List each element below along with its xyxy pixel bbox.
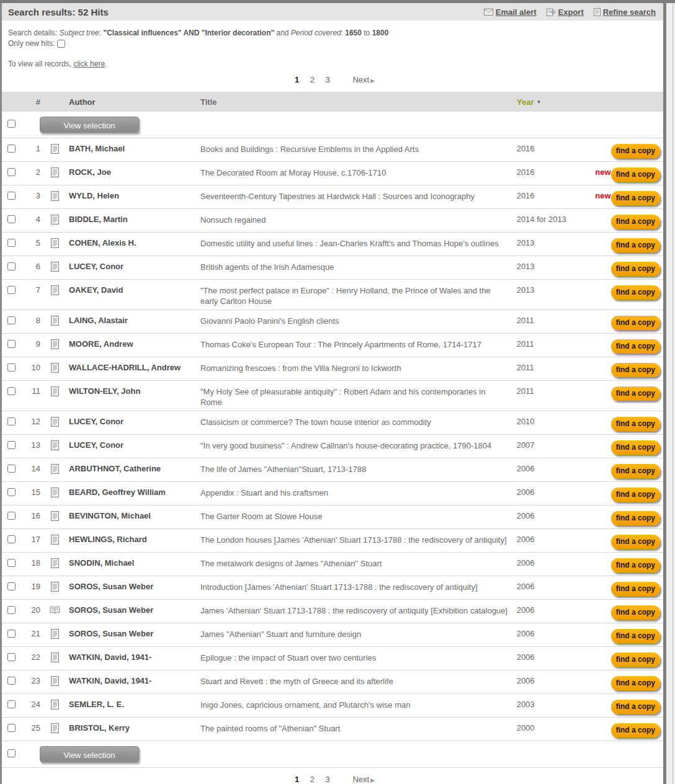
row-checkbox[interactable] <box>7 239 16 247</box>
find-a-copy-button[interactable]: find a copy <box>611 417 660 431</box>
find-a-copy-button[interactable]: find a copy <box>611 285 660 300</box>
find-a-copy-button[interactable]: find a copy <box>611 215 660 229</box>
find-a-copy-button[interactable]: find a copy <box>611 488 660 502</box>
row-checkbox[interactable] <box>7 465 16 473</box>
row-checkbox[interactable] <box>7 417 16 425</box>
row-checkbox[interactable] <box>7 724 16 732</box>
select-all-checkbox-bottom[interactable] <box>7 749 16 757</box>
row-title[interactable]: Giovanni Paolo Panini's English clients <box>200 316 517 326</box>
find-a-copy-button[interactable]: find a copy <box>611 440 660 455</box>
row-title[interactable]: "The most perfect palace in Europe" : He… <box>200 285 517 306</box>
row-title[interactable]: Stuart and Revett : the myth of Greece a… <box>200 676 517 687</box>
row-title[interactable]: The life of James "Athenian"Stuart, 1713… <box>200 464 517 474</box>
find-a-copy-button[interactable]: find a copy <box>611 386 660 401</box>
find-a-copy-button[interactable]: find a copy <box>611 676 660 690</box>
row-title[interactable]: The London houses [James 'Athenian' Stua… <box>200 535 517 545</box>
right-scroll-gutter[interactable] <box>666 3 675 784</box>
table-row: 8 LAING, Alastair Giovanni Paolo Panini'… <box>2 310 663 333</box>
row-checkbox[interactable] <box>7 700 16 708</box>
row-author: SOROS, Susan Weber <box>69 629 200 638</box>
find-a-copy-button[interactable]: find a copy <box>611 653 660 667</box>
only-new-hits-checkbox[interactable] <box>57 40 65 48</box>
find-a-copy-button[interactable]: find a copy <box>611 262 660 276</box>
export-link[interactable]: Export <box>547 7 584 17</box>
find-a-copy-button[interactable]: find a copy <box>611 191 660 205</box>
row-title[interactable]: "My Holy See of pleasurable antiquity" :… <box>200 386 517 408</box>
document-icon <box>40 363 69 375</box>
row-title[interactable]: Appendix : Stuart and his craftsmen <box>200 488 517 498</box>
column-header-num: # <box>23 97 40 107</box>
find-a-copy-button[interactable]: find a copy <box>611 582 660 596</box>
page-3-link[interactable]: 3 <box>326 775 330 784</box>
next-page-link[interactable]: Next▶ <box>352 775 375 784</box>
email-alert-link[interactable]: Email alert <box>484 7 537 17</box>
row-checkbox[interactable] <box>7 535 16 543</box>
find-a-copy-button[interactable]: find a copy <box>611 511 660 525</box>
row-title[interactable]: Classicism or commerce? The town house i… <box>200 417 517 427</box>
row-checkbox[interactable] <box>7 677 16 685</box>
row-checkbox[interactable] <box>7 653 16 661</box>
next-page-link[interactable]: Next▶ <box>352 75 375 84</box>
row-checkbox[interactable] <box>7 145 16 153</box>
find-a-copy-button[interactable]: find a copy <box>611 238 660 252</box>
row-checkbox[interactable] <box>7 630 16 638</box>
row-checkbox[interactable] <box>7 512 16 520</box>
row-title[interactable]: Seventeenth-Century Tapestries at Hardwi… <box>200 191 517 202</box>
column-header-year[interactable]: Year▼ <box>517 97 580 107</box>
row-checkbox[interactable] <box>7 316 16 324</box>
view-selection-button-top[interactable]: View selection <box>40 117 139 133</box>
row-checkbox[interactable] <box>7 559 16 567</box>
view-all-records-line: To view all records, click here. <box>8 60 657 68</box>
row-title[interactable]: Nonsuch regained <box>200 215 517 225</box>
row-checkbox[interactable] <box>7 606 16 614</box>
find-a-copy-button[interactable]: find a copy <box>611 363 660 377</box>
find-a-copy-button[interactable]: find a copy <box>611 316 660 330</box>
page-2-link[interactable]: 2 <box>310 75 315 84</box>
find-a-copy-button[interactable]: find a copy <box>611 700 660 714</box>
row-checkbox[interactable] <box>7 441 16 449</box>
find-a-copy-button[interactable]: find a copy <box>611 144 660 158</box>
row-title[interactable]: The painted rooms of "Athenian" Stuart <box>200 723 517 734</box>
row-checkbox[interactable] <box>7 215 16 223</box>
find-a-copy-button[interactable]: find a copy <box>611 339 660 354</box>
view-selection-button-bottom[interactable]: View selection <box>40 746 139 762</box>
find-a-copy-button[interactable]: find a copy <box>611 167 660 182</box>
find-a-copy-button[interactable]: find a copy <box>611 629 660 643</box>
select-all-checkbox-top[interactable] <box>7 120 16 128</box>
row-title[interactable]: British agents of the Irish Adamesque <box>200 262 517 272</box>
find-a-copy-button[interactable]: find a copy <box>611 535 660 549</box>
row-title[interactable]: Epilogue : the impact of Stuart over two… <box>200 653 517 663</box>
document-icon <box>40 488 69 500</box>
row-checkbox[interactable] <box>7 582 16 590</box>
row-title[interactable]: Domestic utility and useful lines : Jean… <box>200 238 517 249</box>
find-a-copy-button[interactable]: find a copy <box>611 605 660 620</box>
row-checkbox[interactable] <box>7 168 16 176</box>
row-title[interactable]: James 'Athenian' Stuart 1713-1788 : the … <box>200 605 517 616</box>
row-checkbox[interactable] <box>7 262 16 270</box>
row-title[interactable]: "In very good business" : Andrew Callnan… <box>200 440 517 451</box>
refine-search-link[interactable]: Refine search <box>594 7 656 17</box>
row-checkbox[interactable] <box>7 192 16 200</box>
table-row: 16 BEVINGTON, Michael The Garter Room at… <box>2 505 663 528</box>
row-title[interactable]: The metalwork designs of James "Athenian… <box>200 558 517 569</box>
row-title[interactable]: The Garter Room at Stowe House <box>200 511 517 522</box>
row-title[interactable]: Books and Buildings : Recursive Emblems … <box>200 144 517 154</box>
row-checkbox[interactable] <box>7 387 16 395</box>
row-title[interactable]: Romanizing frescoes : from the Villa Neg… <box>200 363 517 373</box>
row-checkbox[interactable] <box>7 363 16 372</box>
row-checkbox[interactable] <box>7 340 16 348</box>
find-a-copy-button[interactable]: find a copy <box>611 464 660 478</box>
find-a-copy-button[interactable]: find a copy <box>611 558 660 572</box>
row-title[interactable]: James "Athenian" Stuart and furniture de… <box>200 629 517 639</box>
row-checkbox[interactable] <box>7 286 16 294</box>
row-title[interactable]: Inigo Jones, capricious ornament, and Pl… <box>200 700 517 710</box>
row-title[interactable]: Introduction [James 'Athenian' Stuart 17… <box>200 582 517 592</box>
find-a-copy-button[interactable]: find a copy <box>611 723 660 737</box>
row-year: 2011 <box>517 386 580 396</box>
row-checkbox[interactable] <box>7 488 16 496</box>
page-2-link[interactable]: 2 <box>310 775 315 784</box>
row-title[interactable]: The Decorated Room at Moray House, c.170… <box>200 167 517 178</box>
view-all-records-link[interactable]: click here <box>73 60 105 68</box>
row-title[interactable]: Thomas Coke's European Tour : The Prince… <box>200 339 517 350</box>
page-3-link[interactable]: 3 <box>326 75 330 84</box>
